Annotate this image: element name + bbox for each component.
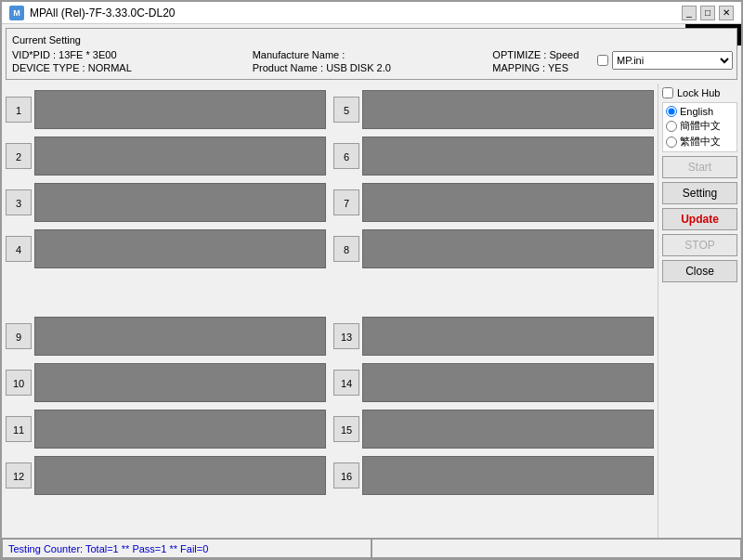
slot-button-7[interactable]: 7	[333, 189, 359, 215]
ini-checkbox[interactable]	[597, 55, 608, 66]
slot-button-14[interactable]: 14	[333, 370, 359, 396]
window-title: MPAll (Rel)-7F-3.33.0C-DL20	[30, 7, 176, 20]
ini-select[interactable]: MP.ini	[612, 51, 733, 70]
status-bar: Testing Counter: Total=1 ** Pass=1 ** Fa…	[2, 538, 741, 558]
slot-bar-9	[34, 317, 326, 356]
slot-bar-11	[34, 410, 326, 449]
slot-row-10: 10	[6, 360, 326, 405]
lock-hub-label: Lock Hub	[677, 87, 720, 98]
slot-row-7: 7	[333, 180, 654, 225]
slot-button-8[interactable]: 8	[333, 236, 359, 262]
current-setting-label: Current Setting	[12, 34, 731, 46]
slot-bar-4	[34, 229, 326, 268]
current-setting-box: Current Setting VID*PID : 13FE * 3E00 Ma…	[6, 28, 737, 80]
slot-bar-13	[362, 317, 654, 356]
slots-column-right-bottom: 13 14 15 16	[333, 314, 654, 535]
radio-simplified-chinese[interactable]	[666, 121, 677, 132]
slot-bar-2	[34, 137, 326, 176]
slot-button-12[interactable]: 12	[6, 462, 32, 488]
stop-button[interactable]: STOP	[662, 234, 737, 256]
slots-top: 1 2 3 4	[6, 87, 654, 308]
slot-row-11: 11	[6, 407, 326, 451]
slot-row-1: 1	[6, 87, 326, 132]
slot-button-10[interactable]: 10	[6, 370, 32, 396]
slot-bar-10	[34, 363, 326, 402]
right-panel: Lock Hub English 簡體中文 繁體中文	[658, 84, 741, 538]
slot-row-12: 12	[6, 453, 326, 498]
slot-row-2: 2	[6, 134, 326, 178]
setting-button[interactable]: Setting	[662, 182, 737, 204]
slot-bar-16	[362, 456, 654, 495]
title-bar: M MPAll (Rel)-7F-3.33.0C-DL20 _ □ ✕	[2, 2, 741, 24]
close-button[interactable]: ✕	[719, 6, 734, 20]
slot-button-4[interactable]: 4	[6, 236, 32, 262]
slot-row-13: 13	[333, 314, 654, 358]
slot-row-16: 16	[333, 453, 654, 498]
ini-select-row: MP.ini	[597, 51, 733, 70]
slot-button-3[interactable]: 3	[6, 189, 32, 215]
lang-label-simplified: 簡體中文	[680, 119, 721, 133]
radio-english[interactable]	[666, 106, 677, 117]
slots-column-left-top: 1 2 3 4	[6, 87, 326, 308]
slot-row-3: 3	[6, 180, 326, 225]
product-name: Product Name : USB DISK 2.0	[253, 62, 491, 73]
slot-bar-15	[362, 410, 654, 449]
language-group: English 簡體中文 繁體中文	[662, 102, 737, 152]
minimize-button[interactable]: _	[682, 6, 697, 20]
lock-hub-checkbox[interactable]	[662, 87, 673, 98]
slots-column-right-top: 5 6 7 8	[333, 87, 654, 308]
slot-bar-1	[34, 90, 326, 129]
lang-label-english: English	[680, 106, 713, 117]
slot-bar-6	[362, 137, 654, 176]
lang-radio-simplified: 簡體中文	[666, 119, 734, 133]
slot-button-15[interactable]: 15	[333, 416, 359, 442]
slots-bottom: 9 10 11 12	[6, 314, 654, 535]
title-controls[interactable]: _ □ ✕	[682, 6, 734, 20]
slot-bar-12	[34, 456, 326, 495]
content-area: Current Setting VID*PID : 13FE * 3E00 Ma…	[2, 24, 741, 558]
slot-button-5[interactable]: 5	[333, 97, 359, 123]
maximize-button[interactable]: □	[700, 6, 715, 20]
slots-column-left-bottom: 9 10 11 12	[6, 314, 326, 535]
slot-button-13[interactable]: 13	[333, 323, 359, 349]
main-area: 1 2 3 4	[2, 84, 741, 538]
slot-button-9[interactable]: 9	[6, 323, 32, 349]
lock-hub-row: Lock Hub	[662, 87, 737, 98]
slot-row-6: 6	[333, 134, 654, 178]
slot-bar-3	[34, 183, 326, 222]
slot-bar-7	[362, 183, 654, 222]
slot-row-15: 15	[333, 407, 654, 451]
slot-button-2[interactable]: 2	[6, 143, 32, 169]
slot-row-9: 9	[6, 314, 326, 358]
status-right	[372, 539, 741, 558]
lang-radio-english: English	[666, 106, 734, 117]
slot-row-4: 4	[6, 227, 326, 271]
manufacture-name: Manufacture Name :	[253, 49, 491, 60]
update-button[interactable]: Update	[662, 208, 737, 230]
slot-button-16[interactable]: 16	[333, 462, 359, 488]
slot-button-1[interactable]: 1	[6, 97, 32, 123]
lang-label-traditional: 繁體中文	[680, 135, 721, 149]
radio-traditional-chinese[interactable]	[666, 137, 677, 148]
device-type: DEVICE TYPE : NORMAL	[12, 62, 251, 73]
start-button[interactable]: Start	[662, 156, 737, 178]
slot-row-8: 8	[333, 227, 654, 271]
slot-button-6[interactable]: 6	[333, 143, 359, 169]
slot-bar-8	[362, 229, 654, 268]
vid-pid: VID*PID : 13FE * 3E00	[12, 49, 251, 60]
close-action-button[interactable]: Close	[662, 260, 737, 282]
slot-bar-14	[362, 363, 654, 402]
lang-radio-traditional: 繁體中文	[666, 135, 734, 149]
drive-grid-area: 1 2 3 4	[2, 84, 658, 538]
slot-row-5: 5	[333, 87, 654, 132]
slot-bar-5	[362, 90, 654, 129]
main-window: M MPAll (Rel)-7F-3.33.0C-DL20 _ □ ✕ T:0'…	[0, 0, 743, 560]
app-icon: M	[9, 6, 24, 20]
slot-row-14: 14	[333, 360, 654, 405]
slot-button-11[interactable]: 11	[6, 416, 32, 442]
status-left: Testing Counter: Total=1 ** Pass=1 ** Fa…	[2, 539, 372, 558]
title-bar-left: M MPAll (Rel)-7F-3.33.0C-DL20	[9, 6, 176, 20]
